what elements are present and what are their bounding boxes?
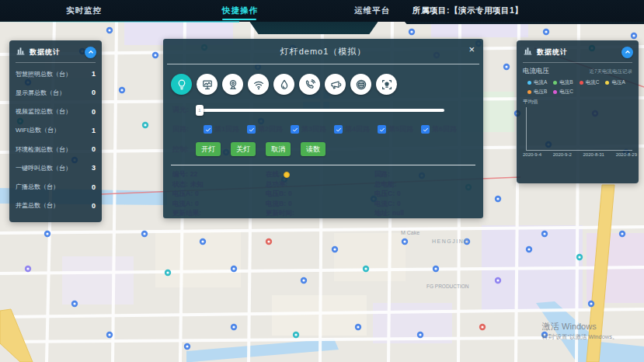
light-off-button[interactable]: 关灯 <box>231 142 256 156</box>
windows-activation-watermark: 激活 Windows 转到“设置”以激活 Windows。 <box>542 321 618 341</box>
circuit-label: 第3回路 <box>301 124 326 134</box>
dimming-slider[interactable]: 1 <box>196 109 444 112</box>
info-state: 状态:未知 <box>172 180 266 189</box>
map-poi-marker-dot <box>481 325 483 328</box>
circuit-checkbox-3[interactable]: 第3回路 <box>291 124 326 134</box>
display-screen-icon[interactable] <box>197 74 218 95</box>
checkbox-checked-icon <box>204 125 212 134</box>
map-poi-marker-dot <box>166 271 169 273</box>
map-poi-marker-dot <box>419 333 421 336</box>
map-poi-marker-dot <box>527 248 530 250</box>
map-poi-marker-dot <box>578 256 580 258</box>
map-poi-marker-dot <box>267 240 270 242</box>
map-poi-marker-dot <box>621 232 623 235</box>
chart-panel-title: 数据统计 <box>537 47 621 57</box>
tab-realtime-monitor[interactable]: 实时监控 <box>66 5 102 16</box>
stat-row-lighting: 智慧照明总数（台） 1 <box>16 70 96 78</box>
circuit-checkbox-6[interactable]: 第6回路 <box>421 124 457 134</box>
map-poi-marker-dot <box>73 302 75 305</box>
map-poi-marker-dot <box>143 232 145 235</box>
dimming-slider-handle[interactable]: 1 <box>196 105 204 116</box>
circuit-checkbox-4[interactable]: 第4回路 <box>334 124 370 134</box>
chart-subtitle: 近7天电流电压记录 <box>589 68 632 75</box>
map-label: FG PRODUCTION <box>426 284 469 289</box>
chart-plot-area <box>526 107 632 151</box>
map-poi-marker-dot <box>201 240 204 242</box>
close-icon[interactable]: × <box>468 44 475 54</box>
stat-row-environment: 环境检测总数（台） 0 <box>16 145 96 154</box>
chart-section-title: 电流电压 <box>523 67 549 76</box>
map-poi-marker-dot <box>186 345 188 347</box>
map-poi-marker-dot <box>333 248 336 250</box>
light-bulb-icon[interactable] <box>171 74 192 95</box>
tab-quick-actions[interactable]: 快捷操作 <box>222 5 258 16</box>
environment-droplet-icon[interactable] <box>273 74 294 95</box>
map-poi-marker-dot <box>108 333 110 336</box>
checkbox-checked-icon <box>378 125 386 134</box>
stat-row-broadcast: 广播总数（台） 0 <box>16 183 96 191</box>
stat-value: 0 <box>92 108 96 116</box>
stat-value: 0 <box>92 145 96 153</box>
stat-label: 井盖总数（台） <box>16 201 59 210</box>
map-poi-marker-dot <box>543 232 545 235</box>
x-tick: 2020-8-31 <box>583 152 604 157</box>
circuit-label: 第5回路 <box>388 124 413 134</box>
manhole-cover-icon[interactable] <box>350 74 371 95</box>
info-update-result: 更新结果: <box>172 209 266 218</box>
light-on-button[interactable]: 开灯 <box>196 142 221 156</box>
checkbox-checked-icon <box>247 125 256 134</box>
stats-collapse-button[interactable] <box>85 47 96 58</box>
camera-icon[interactable] <box>222 74 243 95</box>
active-tab-underline <box>222 19 256 20</box>
stat-row-manhole: 井盖总数（台） 0 <box>16 201 96 210</box>
legend-dot <box>580 81 583 85</box>
project-label: 所属项目:【演示专用项目1】 <box>413 5 523 16</box>
broadcast-megaphone-icon[interactable] <box>325 74 346 95</box>
map-poi-marker-dot <box>410 30 413 33</box>
legend-dot <box>527 81 531 85</box>
info-current-c: 电流C:0 <box>374 200 474 208</box>
circuit-checkbox-5[interactable]: 第5回路 <box>378 124 413 134</box>
info-update-time: 更新时间: <box>266 209 374 218</box>
read-values-button[interactable]: 读数 <box>301 142 325 156</box>
stats-icon <box>523 45 533 59</box>
stat-value: 0 <box>92 183 96 191</box>
legend-current-b[interactable]: 电流B <box>553 79 573 86</box>
security-light-icon[interactable] <box>376 74 397 95</box>
legend-voltage-b[interactable]: 电压B <box>527 89 547 96</box>
wifi-icon[interactable] <box>248 74 269 95</box>
checkbox-checked-icon <box>421 125 430 134</box>
stat-value: 1 <box>92 70 96 78</box>
dimming-label: 调光: <box>172 105 196 115</box>
map-poi-marker-dot <box>108 29 110 31</box>
tab-ops-platform[interactable]: 运维平台 <box>354 5 390 16</box>
circuit-checkbox-1[interactable]: 第1回路 <box>204 124 239 134</box>
checkbox-checked-icon <box>291 125 299 134</box>
legend-current-c[interactable]: 电流C <box>580 79 600 86</box>
info-current-b: 电流B:0 <box>266 200 374 208</box>
stats-icon <box>16 45 26 59</box>
stats-panel-title: 数据统计 <box>30 47 85 57</box>
map-poi-marker-dot <box>232 267 235 270</box>
stat-value: 1 <box>92 127 96 134</box>
legend-voltage-c[interactable]: 电压C <box>553 89 573 96</box>
map-poi-marker-dot <box>403 240 406 242</box>
stat-row-display: 显示屏总数（台） 0 <box>16 89 96 97</box>
legend-voltage-a[interactable]: 电压A <box>605 79 625 86</box>
stat-value: 0 <box>92 89 96 96</box>
chart-collapse-button[interactable] <box>621 47 633 58</box>
checkbox-checked-icon <box>334 125 343 134</box>
map-poi-marker-dot <box>364 267 367 270</box>
map-label: HENGJING <box>432 238 469 244</box>
info-voltage-c: 电压C:0 <box>374 190 474 198</box>
circuit-checkbox-2[interactable]: 第2回路 <box>247 124 283 134</box>
chart-legend: 电流A 电流B 电流C 电压A 电压B 电压C <box>517 76 639 96</box>
x-tick: 2020-9-4 <box>523 152 541 157</box>
map-poi-marker-dot <box>144 124 146 126</box>
cancel-button[interactable]: 取消 <box>266 142 291 156</box>
legend-current-a[interactable]: 电流A <box>527 79 547 86</box>
circuit-label: 第1回路 <box>214 124 239 134</box>
stat-value: 3 <box>92 164 96 172</box>
phone-call-icon[interactable] <box>299 74 320 95</box>
stats-panel: 数据统计 智慧照明总数（台） 1 显示屏总数（台） 0 视频监控总数（台） 0 <box>9 40 102 222</box>
